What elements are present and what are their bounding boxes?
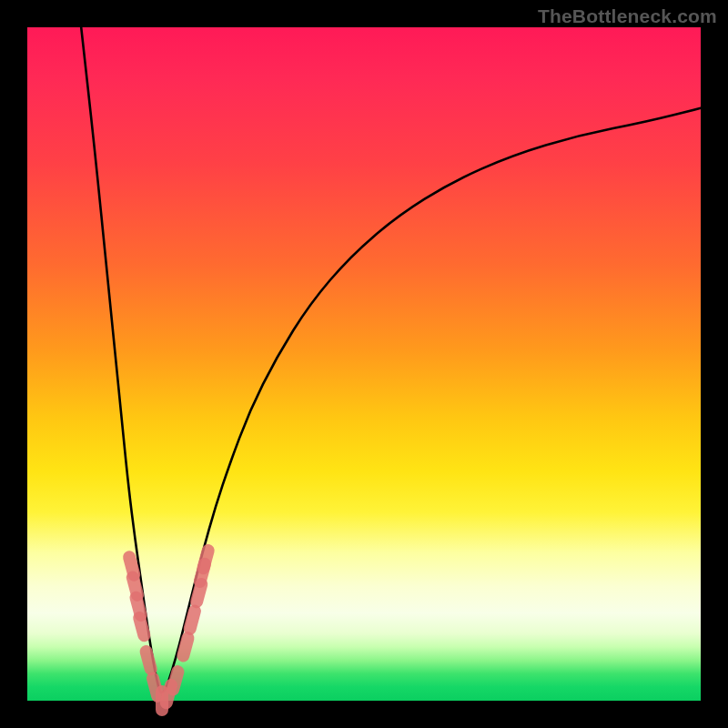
valley-marker — [139, 618, 144, 635]
valley-marker — [183, 638, 187, 655]
bottleneck-curve — [81, 27, 701, 693]
curve-layer — [27, 27, 701, 701]
plot-area — [27, 27, 701, 701]
watermark-text: TheBottleneck.com — [538, 5, 717, 27]
valley-marker — [190, 612, 195, 629]
valley-marker — [147, 652, 151, 669]
valley-marker — [173, 672, 177, 689]
valley-marker — [204, 551, 208, 568]
chart-container: TheBottleneck.com — [0, 0, 728, 728]
